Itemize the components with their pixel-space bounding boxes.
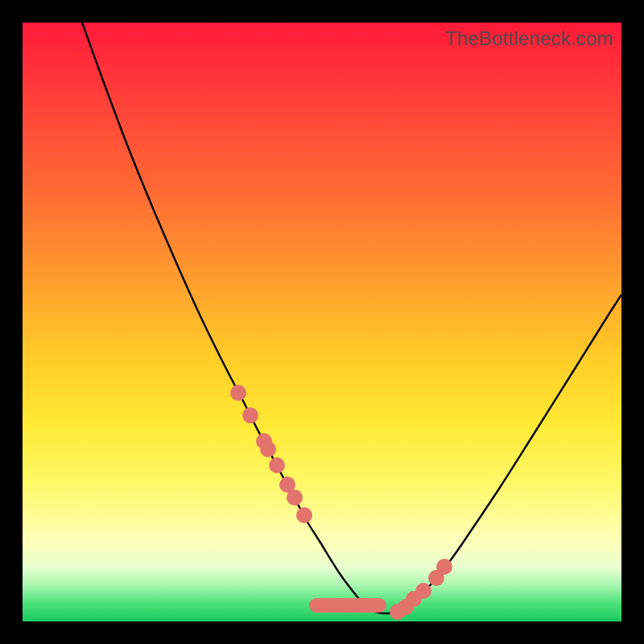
left-marker-group — [230, 385, 312, 523]
curve-marker — [260, 441, 276, 457]
trough-marker-pill — [309, 598, 386, 613]
curve-marker — [230, 385, 246, 401]
curve-marker — [269, 457, 285, 473]
curve-marker — [287, 489, 303, 506]
curve-marker — [436, 559, 452, 575]
bottleneck-curve — [82, 23, 621, 613]
chart-svg — [23, 23, 621, 621]
curve-marker — [296, 507, 312, 523]
chart-frame: TheBottleneck.com — [0, 0, 644, 644]
curve-marker — [242, 407, 258, 423]
right-marker-group — [390, 559, 452, 620]
curve-marker — [415, 583, 431, 599]
chart-plot-area: TheBottleneck.com — [23, 23, 621, 621]
